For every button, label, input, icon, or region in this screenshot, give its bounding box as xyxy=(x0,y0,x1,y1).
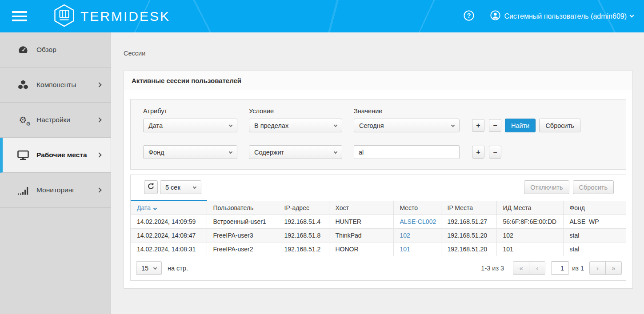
chevron-down-icon xyxy=(193,185,196,188)
app-logo: TERMIDESK xyxy=(54,4,170,28)
table-cell: 102 xyxy=(496,229,563,242)
chevron-right-icon xyxy=(96,82,101,87)
table-cell: 192.168.51.27 xyxy=(441,215,496,229)
page-title: Активные сессии пользователей xyxy=(124,71,632,90)
column-header[interactable]: IP-адрес xyxy=(278,201,329,215)
user-avatar-icon xyxy=(490,10,500,22)
attribute-select-value: Дата xyxy=(148,122,163,129)
refresh-button[interactable] xyxy=(144,180,158,194)
user-menu[interactable]: Системный пользователь (admin609) xyxy=(490,10,633,22)
table-cell: 192.168.51.20 xyxy=(441,229,496,242)
sidebar-item-label: Рабочие места xyxy=(36,151,97,159)
next-page-button[interactable]: › xyxy=(589,261,606,275)
add-filter-button[interactable]: + xyxy=(472,119,484,132)
refresh-interval-value: 5 сек xyxy=(165,184,180,191)
chevron-down-icon xyxy=(334,150,337,153)
sidebar-item-workplaces[interactable]: Рабочие места xyxy=(0,138,111,173)
column-header[interactable]: Дата xyxy=(131,201,207,215)
condition-select-value: Содержит xyxy=(254,149,284,156)
sidebar-item-overview[interactable]: Обзор xyxy=(0,32,111,68)
first-page-button[interactable]: « xyxy=(513,261,529,275)
table-cell: 192.168.51.4 xyxy=(278,215,329,229)
column-header[interactable]: ИД Места xyxy=(496,201,563,215)
sidebar-item-components[interactable]: Компоненты xyxy=(0,68,111,103)
chevron-down-icon xyxy=(229,150,232,153)
brand-wordmark: TERMIDESK xyxy=(80,9,170,24)
chevron-down-icon xyxy=(153,266,157,269)
table-cell: FreeIPA-user3 xyxy=(207,229,278,242)
chevron-down-icon xyxy=(630,13,634,18)
table-cell: HONOR xyxy=(329,242,393,256)
condition-select-value: В пределах xyxy=(254,122,288,129)
table-row: 14.02.2024, 14:09:59Встроенный-user1192.… xyxy=(131,215,626,229)
value-select[interactable]: Сегодня xyxy=(354,119,460,132)
column-header[interactable]: IP Места xyxy=(441,201,496,215)
chevron-right-icon xyxy=(96,152,101,157)
place-link[interactable]: ALSE-CL002 xyxy=(393,215,441,229)
disconnect-button[interactable]: Отключить xyxy=(524,180,569,194)
filter-value-input[interactable] xyxy=(354,145,460,159)
menu-toggle-button[interactable] xyxy=(12,11,27,21)
refresh-interval-select[interactable]: 5 сек xyxy=(160,180,201,194)
chevron-right-icon xyxy=(96,187,101,192)
sidebar: Обзор Компоненты ⚙⚙ Настройки Рабочие ме… xyxy=(0,32,111,314)
sidebar-item-label: Обзор xyxy=(36,46,101,54)
column-header[interactable]: Фонд xyxy=(563,201,626,215)
help-button[interactable]: ? xyxy=(464,10,474,22)
per-page-label: на стр. xyxy=(168,265,188,272)
chevron-right-icon xyxy=(96,117,101,122)
table-cell: stal xyxy=(563,242,626,256)
page-number-input[interactable] xyxy=(552,261,568,275)
main-content: Сессии Активные сессии пользователей Атр… xyxy=(111,32,644,314)
table-cell: HUNTER xyxy=(329,215,393,229)
value-label: Значение xyxy=(354,107,460,115)
remove-filter-button[interactable]: − xyxy=(489,146,501,159)
page-size-value: 15 xyxy=(141,265,148,272)
condition-select-2[interactable]: Содержит xyxy=(249,145,342,159)
column-header[interactable]: Пользователь xyxy=(207,201,278,215)
page-size-select[interactable]: 15 xyxy=(136,261,162,275)
attribute-select-value: Фонд xyxy=(148,149,164,156)
sidebar-item-label: Мониторинг xyxy=(36,186,97,194)
remove-filter-button[interactable]: − xyxy=(489,119,501,132)
reset-filters-button[interactable]: Сбросить xyxy=(539,119,580,132)
add-filter-button[interactable]: + xyxy=(472,146,484,159)
sidebar-item-label: Компоненты xyxy=(36,81,97,89)
table-cell: 192.168.51.20 xyxy=(441,242,496,256)
svg-text:?: ? xyxy=(467,12,471,19)
sort-desc-icon xyxy=(153,207,157,210)
user-name-label: Системный пользователь (admin609) xyxy=(504,12,627,20)
last-page-button[interactable]: » xyxy=(605,261,622,275)
place-link[interactable]: 102 xyxy=(393,229,441,242)
table-cell: ALSE_WP xyxy=(563,215,626,229)
value-select-value: Сегодня xyxy=(359,122,384,129)
attribute-select[interactable]: Дата xyxy=(143,119,237,132)
table-cell: Встроенный-user1 xyxy=(207,215,278,229)
sidebar-item-settings[interactable]: ⚙⚙ Настройки xyxy=(0,103,111,138)
table-row: 14.02.2024, 14:08:47FreeIPA-user3192.168… xyxy=(131,229,626,242)
table-cell: 192.168.51.2 xyxy=(278,242,329,256)
search-button[interactable]: Найти xyxy=(505,119,536,132)
chevron-down-icon xyxy=(451,123,455,127)
attribute-select-2[interactable]: Фонд xyxy=(143,145,237,159)
prev-page-button[interactable]: ‹ xyxy=(529,261,545,275)
sessions-table-panel: 5 сек Отключить Сбросить ДатаПользовател… xyxy=(130,175,626,281)
table-cell: 14.02.2024, 14:08:31 xyxy=(131,242,207,256)
place-link[interactable]: 101 xyxy=(393,242,441,256)
condition-select[interactable]: В пределах xyxy=(249,119,342,132)
table-cell: 14.02.2024, 14:09:59 xyxy=(131,215,207,229)
sessions-table-body: 14.02.2024, 14:09:59Встроенный-user1192.… xyxy=(131,215,626,256)
table-cell: ThinkPad xyxy=(329,229,393,242)
sidebar-item-monitoring[interactable]: Мониторинг xyxy=(0,173,111,208)
condition-label: Условие xyxy=(249,107,342,115)
chevron-down-icon xyxy=(229,123,232,127)
reset-sessions-button[interactable]: Сбросить xyxy=(573,180,614,194)
column-header[interactable]: Место xyxy=(393,201,441,215)
range-label: 1-3 из 3 xyxy=(481,265,504,272)
table-cell: stal xyxy=(563,229,626,242)
termidesk-hexagon-icon xyxy=(54,4,75,28)
page-of-label: из 1 xyxy=(572,265,584,272)
chevron-down-icon xyxy=(334,123,337,127)
monitor-icon xyxy=(17,150,29,160)
column-header[interactable]: Хост xyxy=(329,201,393,215)
